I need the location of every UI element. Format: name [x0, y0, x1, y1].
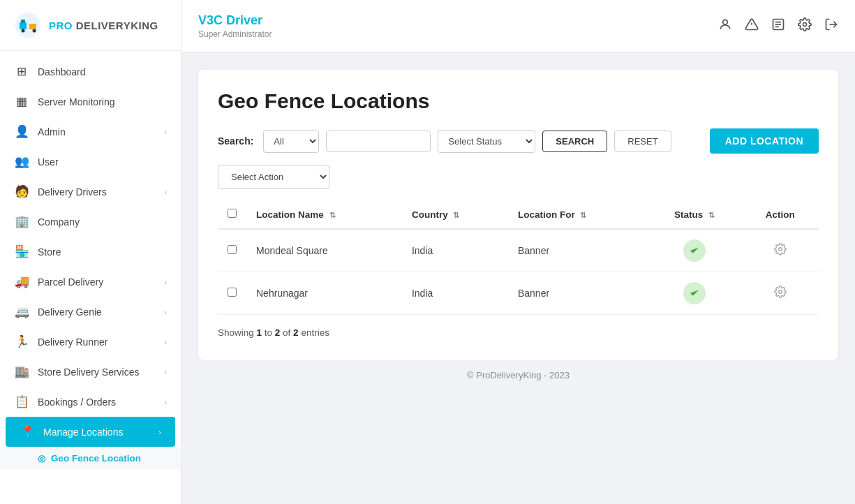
svg-point-5 — [33, 29, 36, 33]
row-country-2: India — [402, 272, 508, 315]
sidebar-item-store-delivery-services[interactable]: 🏬 Store Delivery Services › — [0, 357, 181, 387]
sidebar-label-store: Store — [38, 246, 167, 258]
sidebar-label-delivery-genie: Delivery Genie — [38, 306, 156, 318]
sidebar-label-user: User — [38, 156, 167, 168]
logo-icon — [14, 11, 42, 39]
sidebar-item-server-monitoring[interactable]: ▦ Server Monitoring — [0, 87, 181, 117]
search-input[interactable] — [326, 131, 431, 152]
action-select-wrap: Select Action Delete — [218, 165, 819, 189]
page-title: Geo Fence Locations — [218, 89, 819, 113]
reset-button[interactable]: RESET — [614, 131, 671, 152]
topbar-icons — [718, 17, 838, 35]
row-checkbox-cell — [218, 272, 246, 315]
sidebar-label-dashboard: Dashboard — [38, 66, 167, 77]
sidebar-label-manage-locations: Manage Locations — [43, 427, 150, 438]
svg-point-0 — [15, 13, 40, 38]
server-monitoring-icon: ▦ — [14, 94, 29, 109]
pagination-from: 1 — [257, 327, 262, 338]
sidebar-item-bookings-orders[interactable]: 📋 Bookings / Orders › — [0, 387, 181, 417]
row-location-name-2: Nehrunagar — [246, 272, 402, 315]
sidebar-item-manage-locations[interactable]: 📍 Manage Locations › — [6, 417, 175, 447]
sidebar-item-delivery-genie[interactable]: 🚐 Delivery Genie › — [0, 297, 181, 327]
svg-point-6 — [723, 20, 728, 24]
main-area: V3C Driver Super Administrator Geo Fence… — [181, 0, 855, 504]
select-all-checkbox[interactable] — [228, 209, 237, 218]
row-gear-icon-2[interactable] — [774, 286, 787, 302]
svg-point-16 — [779, 290, 782, 293]
status-sort-icon[interactable]: ⇅ — [708, 211, 715, 219]
user-icon: 👥 — [14, 154, 29, 169]
bookings-orders-arrow-icon: › — [164, 398, 167, 406]
header-checkbox-cell — [218, 200, 246, 229]
sidebar-label-delivery-drivers: Delivery Drivers — [38, 186, 156, 198]
sidebar-label-admin: Admin — [38, 126, 156, 138]
sidebar-label-store-delivery-services: Store Delivery Services — [38, 366, 156, 378]
row-location-name-1: Mondeal Square — [246, 229, 402, 272]
delivery-genie-arrow-icon: › — [164, 308, 167, 316]
pagination-total: 2 — [293, 327, 299, 338]
topbar-title: V3C Driver — [198, 13, 272, 28]
country-sort-icon[interactable]: ⇅ — [453, 211, 459, 219]
sidebar-label-bookings-orders: Bookings / Orders — [38, 396, 156, 408]
company-icon: 🏢 — [14, 214, 29, 229]
pagination-text: Showing 1 to 2 of 2 entries — [218, 327, 819, 338]
settings-icon[interactable] — [798, 17, 812, 35]
svg-rect-1 — [20, 22, 27, 29]
sidebar-label-server-monitoring: Server Monitoring — [38, 96, 167, 108]
status-select[interactable]: Select Status Active Inactive — [438, 130, 535, 153]
geo-fence-icon: ◎ — [38, 453, 45, 464]
sidebar-item-parcel-delivery[interactable]: 🚚 Parcel Delivery › — [0, 267, 181, 297]
action-select[interactable]: Select Action Delete — [218, 165, 329, 189]
status-active-icon-2 — [683, 282, 706, 304]
notes-icon[interactable] — [771, 17, 785, 35]
row-status-2 — [647, 272, 742, 315]
sidebar-item-user[interactable]: 👥 User — [0, 147, 181, 177]
location-for-sort-icon[interactable]: ⇅ — [580, 211, 586, 219]
sidebar-label-parcel-delivery: Parcel Delivery — [38, 276, 156, 288]
parcel-delivery-icon: 🚚 — [14, 274, 29, 289]
sidebar-navigation: ⊞ Dashboard ▦ Server Monitoring 👤 Admin … — [0, 51, 181, 504]
sidebar-label-company: Company — [38, 216, 167, 228]
store-delivery-services-icon: 🏬 — [14, 364, 29, 379]
row-gear-icon-1[interactable] — [774, 243, 787, 259]
header-country: Country ⇅ — [402, 200, 508, 229]
row-action-1 — [742, 229, 819, 272]
sidebar-item-store[interactable]: 🏪 Store — [0, 237, 181, 267]
store-delivery-services-arrow-icon: › — [164, 368, 167, 376]
sidebar-item-delivery-runner[interactable]: 🏃 Delivery Runner › — [0, 327, 181, 357]
topbar-info: V3C Driver Super Administrator — [198, 13, 272, 39]
content-card: Geo Fence Locations Search: All Location… — [198, 70, 838, 360]
alert-icon[interactable] — [745, 17, 759, 35]
topbar-subtitle: Super Administrator — [198, 29, 272, 39]
sidebar-item-company[interactable]: 🏢 Company — [0, 207, 181, 237]
logo-text: PRO DELIVERYKING — [49, 20, 158, 31]
header-location-name: Location Name ⇅ — [246, 200, 402, 229]
row-checkbox-2[interactable] — [228, 288, 237, 297]
logo: PRO DELIVERYKING — [0, 0, 181, 51]
row-checkbox-cell — [218, 229, 246, 272]
svg-point-15 — [779, 247, 782, 251]
store-icon: 🏪 — [14, 244, 29, 259]
topbar: V3C Driver Super Administrator — [181, 0, 855, 53]
sidebar-item-geo-fence-location[interactable]: ◎ Geo Fence Location — [0, 447, 181, 470]
pagination-to: 2 — [275, 327, 281, 338]
sidebar-item-delivery-drivers[interactable]: 🧑 Delivery Drivers › — [0, 177, 181, 207]
sidebar-item-dashboard[interactable]: ⊞ Dashboard — [0, 57, 181, 87]
user-profile-icon[interactable] — [718, 17, 732, 35]
sidebar-item-admin[interactable]: 👤 Admin › — [0, 117, 181, 147]
bookings-orders-icon: 📋 — [14, 394, 29, 409]
delivery-runner-arrow-icon: › — [164, 338, 167, 346]
search-label: Search: — [218, 135, 253, 147]
header-location-for: Location For ⇅ — [508, 200, 647, 229]
table-row: Nehrunagar India Banner — [218, 272, 819, 315]
search-button[interactable]: SEARCH — [542, 131, 607, 152]
search-filter-select[interactable]: All Location Name Country — [263, 130, 319, 153]
row-checkbox-1[interactable] — [228, 245, 237, 254]
row-country-1: India — [402, 229, 508, 272]
location-name-sort-icon[interactable]: ⇅ — [329, 211, 336, 219]
add-location-button[interactable]: ADD LOCATION — [710, 128, 819, 154]
manage-locations-icon: 📍 — [20, 424, 35, 439]
status-active-icon-1 — [683, 239, 706, 262]
power-icon[interactable] — [824, 17, 838, 35]
parcel-delivery-arrow-icon: › — [164, 278, 167, 286]
